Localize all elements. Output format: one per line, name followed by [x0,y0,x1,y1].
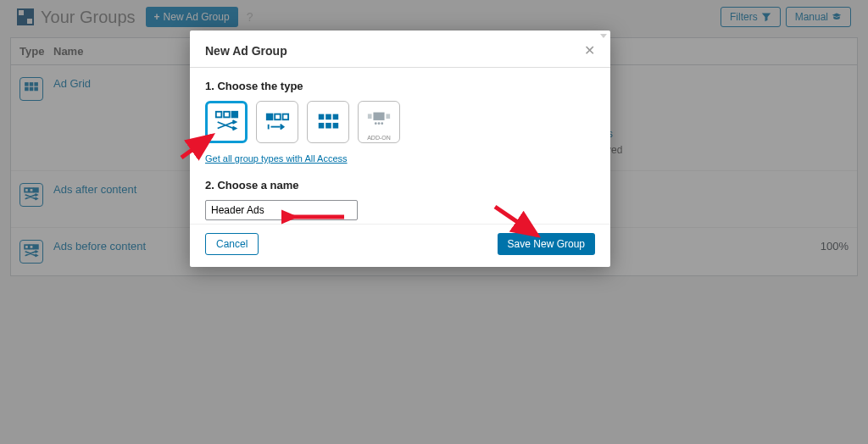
svg-rect-12 [216,112,222,118]
svg-rect-17 [283,114,289,120]
ordered-type-icon [264,109,290,135]
svg-rect-23 [326,123,331,129]
step2-label: 2. Choose a name [205,179,595,191]
svg-rect-22 [319,123,325,129]
svg-rect-13 [224,112,230,118]
svg-point-28 [375,122,377,125]
slider-type-icon [366,107,392,132]
svg-rect-21 [333,114,339,120]
grid-type-icon [315,109,341,135]
type-options: ADD-ON [205,101,595,143]
svg-point-29 [378,122,381,125]
new-ad-group-modal: New Ad Group ✕ 1. Choose the type ADD-ON… [190,31,610,267]
type-slider-addon[interactable]: ADD-ON [358,101,400,143]
type-grid[interactable] [307,101,349,143]
cancel-button[interactable]: Cancel [205,233,259,255]
svg-rect-26 [368,114,372,119]
svg-rect-25 [373,113,384,120]
all-access-link[interactable]: Get all group types with All Access [205,153,348,164]
svg-rect-14 [232,112,238,118]
svg-rect-19 [319,114,325,120]
modal-title: New Ad Group [205,44,287,58]
svg-rect-24 [333,123,339,129]
group-name-input[interactable] [205,200,358,220]
scroll-up-icon [600,34,607,39]
addon-label: ADD-ON [367,135,391,141]
save-new-group-button[interactable]: Save New Group [498,233,595,255]
svg-rect-15 [267,114,273,120]
random-type-icon [214,109,239,135]
type-random[interactable] [205,101,248,143]
type-ordered[interactable] [256,101,298,143]
svg-rect-16 [275,114,281,120]
step1-label: 1. Choose the type [205,80,595,92]
svg-point-30 [381,122,383,125]
svg-rect-20 [326,114,331,120]
svg-rect-18 [268,125,270,130]
svg-rect-27 [386,114,390,119]
close-icon[interactable]: ✕ [584,42,595,58]
